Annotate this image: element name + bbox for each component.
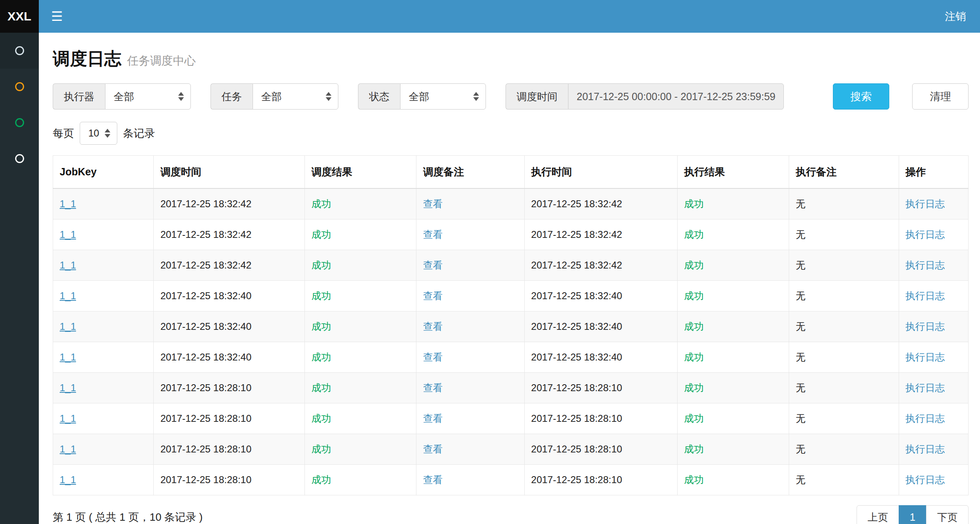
trigger-msg-link[interactable]: 查看 (423, 290, 443, 301)
exec-log-link[interactable]: 执行日志 (906, 198, 945, 209)
job-key-link[interactable]: 1_1 (60, 321, 76, 332)
table-row: 1_1 2017-12-25 18:32:42 成功 查看 2017-12-25… (53, 250, 969, 281)
hamburger-icon[interactable]: ☰ (39, 0, 75, 33)
pagination-info: 第 1 页 ( 总共 1 页，10 条记录 ) (53, 510, 203, 524)
current-page-button[interactable]: 1 (899, 505, 926, 524)
job-key-link[interactable]: 1_1 (60, 443, 76, 455)
exec-log-link[interactable]: 执行日志 (906, 352, 945, 363)
trigger-result-cell: 成功 (304, 281, 416, 311)
page-size-select[interactable]: 10 (80, 122, 117, 145)
trigger-msg-cell: 查看 (416, 465, 524, 495)
handle-msg-cell: 无 (789, 311, 899, 342)
exec-log-link[interactable]: 执行日志 (906, 413, 945, 424)
log-table: JobKey调度时间调度结果调度备注执行时间执行结果执行备注操作 1_1 201… (53, 155, 969, 495)
logout-link[interactable]: 注销 (945, 9, 980, 24)
handle-result-text: 成功 (684, 352, 704, 363)
trigger-result-cell: 成功 (304, 219, 416, 250)
sidebar-item[interactable] (0, 69, 39, 105)
trigger-result-text: 成功 (311, 413, 331, 424)
column-header: 执行时间 (524, 156, 677, 189)
exec-log-link[interactable]: 执行日志 (906, 229, 945, 240)
handle-msg-cell: 无 (789, 434, 899, 465)
job-key-link[interactable]: 1_1 (60, 260, 76, 271)
trigger-result-cell: 成功 (304, 188, 416, 219)
job-key-link[interactable]: 1_1 (60, 290, 76, 301)
job-key-cell: 1_1 (53, 403, 154, 434)
trigger-msg-link[interactable]: 查看 (423, 229, 443, 240)
job-key-link[interactable]: 1_1 (60, 352, 76, 363)
trigger-msg-link[interactable]: 查看 (423, 352, 443, 363)
exec-log-link[interactable]: 执行日志 (906, 260, 945, 271)
status-select[interactable]: 全部 (400, 83, 486, 110)
trigger-msg-link[interactable]: 查看 (423, 260, 443, 271)
trigger-msg-link[interactable]: 查看 (423, 443, 443, 455)
sidebar-item[interactable] (0, 141, 39, 177)
circle-icon (15, 154, 24, 163)
trigger-result-text: 成功 (311, 198, 331, 209)
handle-result-cell: 成功 (677, 373, 789, 403)
handle-result-cell: 成功 (677, 250, 789, 281)
job-key-link[interactable]: 1_1 (60, 474, 76, 485)
handle-result-text: 成功 (684, 198, 704, 209)
log-table-header-row: JobKey调度时间调度结果调度备注执行时间执行结果执行备注操作 (53, 156, 969, 189)
app-logo[interactable]: XXL (0, 0, 39, 33)
circle-icon (15, 118, 24, 127)
trigger-msg-link[interactable]: 查看 (423, 198, 443, 209)
trigger-time-filter: 调度时间 (506, 83, 784, 110)
trigger-msg-cell: 查看 (416, 373, 524, 403)
handle-time-cell: 2017-12-25 18:28:10 (524, 373, 677, 403)
job-key-link[interactable]: 1_1 (60, 382, 76, 393)
job-key-cell: 1_1 (53, 311, 154, 342)
trigger-time-filter-label: 调度时间 (506, 83, 568, 110)
table-row: 1_1 2017-12-25 18:32:40 成功 查看 2017-12-25… (53, 342, 969, 373)
action-cell: 执行日志 (899, 311, 968, 342)
page-size-suffix: 条记录 (123, 126, 155, 141)
trigger-result-cell: 成功 (304, 465, 416, 495)
handle-time-cell: 2017-12-25 18:32:42 (524, 188, 677, 219)
clear-button[interactable]: 清理 (912, 83, 969, 110)
handle-result-text: 成功 (684, 413, 704, 424)
trigger-msg-cell: 查看 (416, 311, 524, 342)
trigger-msg-link[interactable]: 查看 (423, 382, 443, 393)
job-key-link[interactable]: 1_1 (60, 198, 76, 209)
job-key-cell: 1_1 (53, 373, 154, 403)
job-key-cell: 1_1 (53, 434, 154, 465)
exec-log-link[interactable]: 执行日志 (906, 443, 945, 455)
action-cell: 执行日志 (899, 219, 968, 250)
trigger-time-range-input[interactable] (568, 83, 784, 110)
exec-log-link[interactable]: 执行日志 (906, 382, 945, 393)
trigger-result-text: 成功 (311, 382, 331, 393)
select-arrows-icon (178, 92, 184, 101)
sidebar-item[interactable] (0, 33, 39, 69)
job-key-link[interactable]: 1_1 (60, 229, 76, 240)
handle-time-cell: 2017-12-25 18:28:10 (524, 465, 677, 495)
handle-result-text: 成功 (684, 382, 704, 393)
column-header: 执行结果 (677, 156, 789, 189)
handle-msg-cell: 无 (789, 250, 899, 281)
trigger-msg-link[interactable]: 查看 (423, 474, 443, 485)
job-select[interactable]: 全部 (253, 83, 338, 110)
table-row: 1_1 2017-12-25 18:28:10 成功 查看 2017-12-25… (53, 434, 969, 465)
table-row: 1_1 2017-12-25 18:28:10 成功 查看 2017-12-25… (53, 373, 969, 403)
handle-result-text: 成功 (684, 321, 704, 332)
exec-log-link[interactable]: 执行日志 (906, 290, 945, 301)
action-cell: 执行日志 (899, 281, 968, 311)
trigger-msg-cell: 查看 (416, 434, 524, 465)
top-navbar: XXL ☰ 注销 (0, 0, 980, 33)
job-key-link[interactable]: 1_1 (60, 413, 76, 424)
exec-log-link[interactable]: 执行日志 (906, 474, 945, 485)
next-page-button[interactable]: 下页 (926, 505, 969, 524)
trigger-msg-link[interactable]: 查看 (423, 413, 443, 424)
search-button[interactable]: 搜索 (833, 83, 889, 110)
trigger-result-text: 成功 (311, 260, 331, 271)
handle-msg-cell: 无 (789, 373, 899, 403)
executor-select[interactable]: 全部 (105, 83, 191, 110)
prev-page-button[interactable]: 上页 (857, 505, 899, 524)
trigger-result-text: 成功 (311, 352, 331, 363)
sidebar-item[interactable] (0, 105, 39, 141)
exec-log-link[interactable]: 执行日志 (906, 321, 945, 332)
trigger-msg-link[interactable]: 查看 (423, 321, 443, 332)
circle-icon (15, 46, 24, 55)
action-cell: 执行日志 (899, 403, 968, 434)
handle-time-cell: 2017-12-25 18:32:40 (524, 342, 677, 373)
